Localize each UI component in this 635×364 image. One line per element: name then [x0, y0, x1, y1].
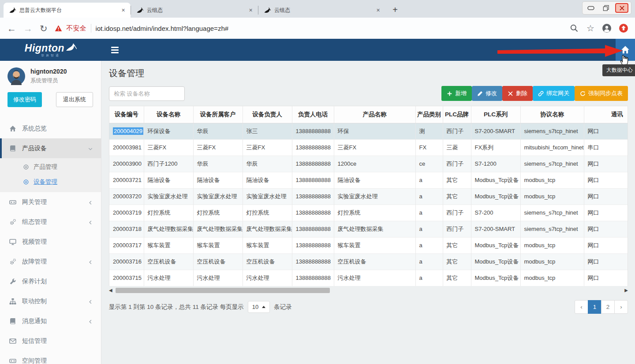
column-header[interactable]: PLC品牌 [443, 106, 471, 123]
table-cell: S7-200 [471, 204, 520, 221]
table-cell: 网口 [584, 172, 628, 188]
table-row[interactable]: 200003717猴车装置猴车装置猴车装置13888888888猴车装置a其它M… [109, 237, 628, 253]
table-cell: Modbus_Tcp设备 [471, 270, 520, 286]
page-button-2[interactable]: 2 [601, 300, 615, 314]
browser-tab[interactable]: 云组态× [258, 3, 385, 18]
tab-favicon-icon [136, 7, 143, 14]
table-cell: siemens_s7tcp_hinet [520, 204, 584, 221]
close-button[interactable] [615, 3, 628, 13]
page-size-select[interactable]: 10 [248, 301, 270, 313]
table-cell: a [415, 270, 443, 286]
gateway-icon [9, 357, 16, 364]
table-cell: 华辰 [193, 123, 243, 139]
tab-close-icon[interactable]: × [374, 7, 382, 14]
column-header[interactable]: 设备负责人 [243, 106, 292, 123]
tab-close-icon[interactable]: × [247, 7, 254, 14]
minimize-button[interactable] [585, 4, 597, 12]
table-cell: 13888888888 [292, 221, 334, 237]
page-button-1[interactable]: 1 [588, 300, 601, 314]
plus-icon [447, 91, 452, 97]
sidebar-item-视频管理[interactable]: 视频管理 [0, 232, 101, 252]
column-header[interactable]: PLC系列 [471, 106, 520, 123]
column-header[interactable]: 设备所属客户 [193, 106, 243, 123]
column-header[interactable]: 设备编号 [109, 106, 144, 123]
新增-button[interactable]: 新增 [441, 86, 472, 101]
change-password-button[interactable]: 修改密码 [7, 92, 42, 107]
tab-close-icon[interactable]: × [120, 7, 127, 14]
sidebar-item-消息通知[interactable]: 消息通知 [0, 311, 101, 331]
table-row[interactable]: 200003716空压机设备空压机设备空压机设备13888888888空压机设备… [109, 253, 628, 270]
table-cell: 200003716 [109, 253, 144, 270]
sidebar-item-组态管理[interactable]: 组态管理 [0, 212, 101, 232]
menu-toggle-icon[interactable] [101, 39, 128, 61]
browser-actions: ☆ [570, 24, 628, 33]
sidebar-item-网关管理[interactable]: 网关管理 [0, 192, 101, 212]
extension-icon[interactable] [619, 24, 628, 33]
url-bar[interactable]: 不安全 iot.idosp.net/admin/index.html?langu… [55, 24, 563, 33]
sidebar-item-联动控制[interactable]: 联动控制 [0, 291, 101, 311]
table-row[interactable]: 200003981三菱FX三菱FX三菱FX13888888888三菱FXFX三菱… [109, 139, 628, 156]
table-row[interactable]: 200003720实验室废水处理实验室废水处理实验室废水处理1388888888… [109, 188, 628, 204]
new-tab-button[interactable]: + [389, 4, 401, 16]
sidebar-item-保养计划[interactable]: 保养计划 [0, 271, 101, 291]
scroll-left-icon[interactable]: ◀ [109, 288, 112, 293]
user-avatar [7, 67, 25, 85]
sidebar-item-产品设备[interactable]: 产品设备 [0, 138, 101, 158]
forward-icon[interactable]: → [23, 24, 33, 33]
column-header[interactable]: 协议名称 [520, 106, 584, 123]
table-row[interactable]: 200003718废气处理数据采集废气处理数据采集废气处理数据采集1388888… [109, 221, 628, 237]
logout-button[interactable]: 退出系统 [56, 92, 93, 107]
column-header[interactable]: 负责人电话 [292, 106, 334, 123]
back-icon[interactable]: ← [7, 24, 16, 33]
table-cell: 环保 [334, 123, 415, 139]
profile-avatar-icon[interactable] [602, 24, 611, 33]
table-row[interactable]: 200003719灯控系统灯控系统灯控系统13888888888灯控系统a西门子… [109, 204, 628, 221]
column-header[interactable]: 产品名称 [334, 106, 415, 123]
column-header[interactable]: 通讯 [584, 106, 628, 123]
bookmark-star-icon[interactable]: ☆ [586, 24, 594, 33]
main-content: 设备管理 新增修改删除绑定网关强制同步点表 设备编号设备名称设备所属客户设备负责… [101, 61, 635, 364]
browser-tab[interactable]: 云组态× [131, 3, 258, 18]
table-cell: 隔油设备 [144, 172, 193, 188]
table-row[interactable]: 200004029环保设备华辰张三13888888888环保测西门子S7-200… [109, 123, 628, 139]
table-cell: 其它 [443, 270, 471, 286]
删除-button[interactable]: 删除 [502, 86, 533, 101]
table-cell: 13888888888 [292, 188, 334, 204]
table-cell: 网口 [584, 156, 628, 172]
submenu-item-产品管理[interactable]: 产品管理 [0, 160, 101, 175]
button-label: 绑定网关 [546, 89, 569, 97]
sidebar-item-系统总览[interactable]: 系统总览 [0, 119, 101, 138]
url-text[interactable]: iot.idosp.net/admin/index.html?language=… [96, 25, 228, 32]
scrollbar-thumb[interactable] [116, 288, 330, 293]
restore-button[interactable] [600, 4, 612, 12]
table-cell: 其它 [443, 188, 471, 204]
sidebar-item-空间管理[interactable]: 空间管理 [0, 351, 101, 364]
table-row[interactable]: 200003900西门子1200华辰华辰138888888881200cece西… [109, 156, 628, 172]
table-row[interactable]: 200003721隔油设备隔油设备隔油设备13888888888隔油设备a其它M… [109, 172, 628, 188]
column-header[interactable]: 设备名称 [144, 106, 193, 123]
table-row[interactable]: 200003715污水处理污水处理污水处理13888888888污水处理a其它M… [109, 270, 628, 286]
reload-icon[interactable]: ↻ [40, 24, 48, 33]
button-label: 修改 [486, 89, 497, 97]
sidebar-item-label: 视频管理 [22, 238, 93, 246]
prev-page-button[interactable]: ‹ [575, 300, 588, 314]
bigdata-home-button[interactable] [616, 39, 635, 61]
scroll-right-icon[interactable]: ▶ [624, 288, 628, 293]
table-cell: 西门子 [443, 123, 471, 139]
强制同步点表-button[interactable]: 强制同步点表 [575, 86, 628, 101]
security-warning-text[interactable]: 不安全 [67, 24, 86, 33]
table-cell: 13888888888 [292, 172, 334, 188]
绑定网关-button[interactable]: 绑定网关 [533, 86, 575, 101]
next-page-button[interactable]: › [614, 300, 628, 314]
browser-tab[interactable]: 思普云大数据平台× [4, 3, 131, 18]
sidebar-item-label: 组态管理 [22, 218, 88, 226]
dot-circle-icon [23, 179, 29, 185]
zoom-icon[interactable] [570, 24, 579, 33]
sidebar-item-故障管理[interactable]: 故障管理 [0, 252, 101, 271]
column-header[interactable]: 产品类别 [415, 106, 443, 123]
submenu-item-设备管理[interactable]: 设备管理 [0, 175, 101, 189]
sidebar-item-短信管理[interactable]: 短信管理 [0, 331, 101, 351]
search-input[interactable] [109, 86, 185, 101]
修改-button[interactable]: 修改 [472, 86, 502, 101]
sidebar-item-label: 联动控制 [22, 297, 88, 305]
